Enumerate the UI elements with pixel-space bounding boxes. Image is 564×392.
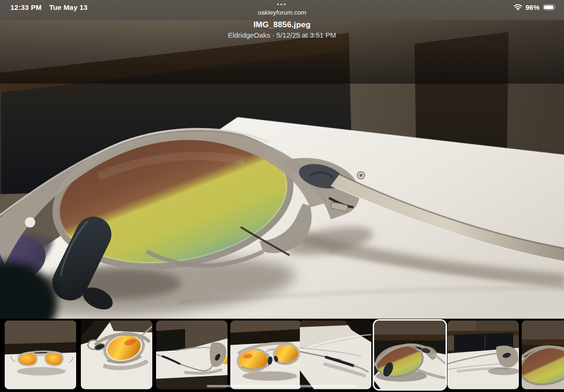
thumbnail-scrollbar[interactable] <box>207 385 356 387</box>
photo-thumbnail-2[interactable] <box>81 321 152 389</box>
status-bar: 12:33 PMTue May 13 ••• oakleyforum.com 9… <box>0 0 564 20</box>
tab-overview-indicator[interactable]: ••• <box>0 1 564 8</box>
photo-thumbnail-3[interactable] <box>156 321 227 389</box>
photo-thumbnail-1[interactable] <box>5 321 76 389</box>
photo-thumbnail-4[interactable] <box>230 321 302 389</box>
photo-filename: IMG_8856.jpeg <box>0 20 564 30</box>
url-bar[interactable]: oakleyforum.com <box>0 9 564 16</box>
wifi-icon <box>514 4 522 10</box>
photo-thumbnail-7[interactable] <box>447 321 519 389</box>
photo-thumbnail-8[interactable] <box>522 321 564 389</box>
thumbnail-strip <box>0 319 564 392</box>
photo-lightbox-image[interactable]: IMG_8856.jpeg EldridgeOaks · 5/12/25 at … <box>0 20 564 319</box>
photo-thumbnail-6-selected[interactable] <box>374 321 446 389</box>
photo-thumbnail-5[interactable] <box>300 321 371 389</box>
photo-byline: EldridgeOaks · 5/12/25 at 3:51 PM <box>0 31 564 39</box>
battery-icon <box>543 4 556 10</box>
battery-percent-label: 96% <box>525 3 540 11</box>
